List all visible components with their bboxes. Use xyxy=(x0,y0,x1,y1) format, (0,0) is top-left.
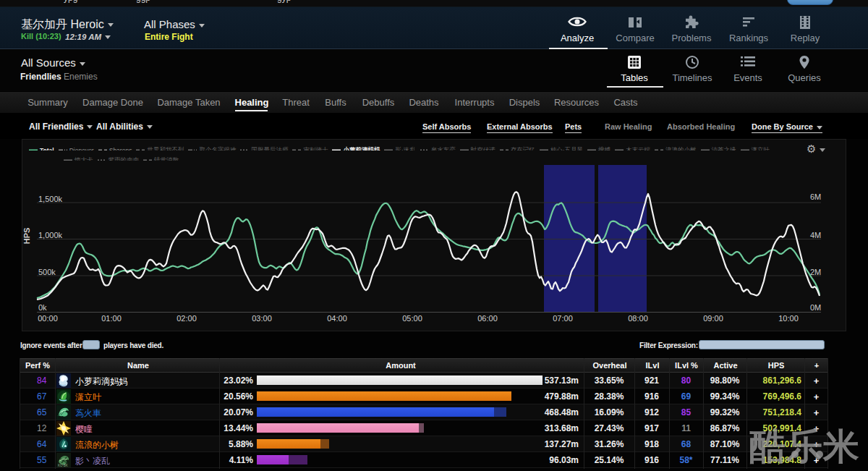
svg-text:KO BK: KO BK xyxy=(58,464,68,467)
